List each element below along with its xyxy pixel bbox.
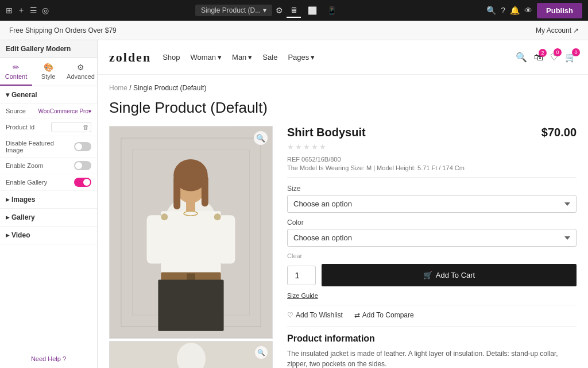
- wishlist-icon: ♡: [287, 311, 293, 319]
- svg-rect-15: [158, 279, 223, 331]
- product-id-input[interactable]: 🗑: [51, 122, 91, 132]
- images-section-header[interactable]: ▸ Images: [0, 191, 97, 209]
- svg-rect-14: [187, 273, 195, 280]
- size-label: Size: [287, 185, 577, 193]
- my-account-icon: ↗: [573, 26, 579, 34]
- sidebar-tab-advanced[interactable]: ⚙ Advanced: [64, 58, 97, 86]
- product-id-row: Product Id 🗑: [0, 118, 97, 136]
- images-label: Images: [11, 195, 35, 204]
- enable-gallery-toggle[interactable]: [74, 178, 91, 187]
- cart-badge: 2: [539, 49, 547, 57]
- enable-zoom-toggle[interactable]: [74, 161, 91, 170]
- mobile-device-tab[interactable]: 📱: [324, 4, 340, 17]
- delete-icon[interactable]: 🗑: [83, 124, 89, 131]
- publish-button[interactable]: Publish: [537, 3, 582, 18]
- nav-cart-icon[interactable]: 🛍 2: [534, 52, 543, 63]
- my-account-link[interactable]: My Account ↗: [536, 26, 579, 34]
- svg-rect-10: [161, 211, 220, 279]
- disable-featured-toggle[interactable]: [74, 142, 91, 151]
- grid-icon[interactable]: ⊞: [6, 6, 13, 15]
- nav-link-pages[interactable]: Pages ▾: [288, 53, 315, 62]
- page-title: Single Product (Default): [109, 99, 577, 117]
- add-to-wishlist-link[interactable]: ♡ Add To Wishlist: [287, 311, 343, 319]
- gallery-section-header[interactable]: ▸ Gallery: [0, 209, 97, 227]
- page-label-arrow: ▾: [263, 6, 266, 14]
- logo[interactable]: zolden: [109, 50, 151, 65]
- add-to-cart-button[interactable]: 🛒 Add To Cart: [322, 264, 577, 286]
- svg-rect-6: [173, 175, 180, 210]
- sidebar-tab-style[interactable]: 🎨 Style: [32, 58, 64, 86]
- star-icon[interactable]: ◎: [42, 6, 49, 15]
- plus-icon[interactable]: ＋: [17, 5, 25, 16]
- zoom-icon-thumb[interactable]: 🔍: [255, 346, 268, 359]
- content-tab-icon: ✏: [13, 63, 20, 72]
- nav-link-sale[interactable]: Sale: [262, 53, 277, 62]
- size-guide-link[interactable]: Size Guide: [287, 292, 577, 305]
- product-info-desc: The insulated jacket is made of leather.…: [287, 348, 577, 368]
- nav-wishlist-icon[interactable]: ♡ 0: [550, 52, 558, 63]
- breadcrumb-home[interactable]: Home: [109, 84, 127, 92]
- nav-bag-icon[interactable]: 🛒 0: [565, 52, 577, 63]
- product-layout: 🔍 🔍: [109, 126, 577, 368]
- top-bar-right: 🔍 ? 🔔 👁 Publish: [486, 3, 582, 18]
- list-icon[interactable]: ☰: [30, 6, 37, 15]
- add-to-compare-link[interactable]: ⇄ Add To Compare: [354, 311, 414, 319]
- style-tab-label: Style: [41, 73, 55, 80]
- page-label-text: Single Product (D...: [201, 6, 261, 14]
- general-label: General: [11, 91, 37, 99]
- clear-label[interactable]: Clear: [287, 252, 577, 259]
- nav-link-woman[interactable]: Woman ▾: [191, 53, 222, 62]
- style-tab-icon: 🎨: [44, 63, 53, 72]
- advanced-tab-label: Advanced: [67, 73, 95, 80]
- general-arrow: ▾: [6, 91, 9, 99]
- settings-icon[interactable]: ⚙: [276, 6, 283, 15]
- enable-zoom-label: Enable Zoom: [6, 162, 71, 169]
- nav-search-icon[interactable]: 🔍: [516, 52, 527, 63]
- zoom-icon-main[interactable]: 🔍: [254, 131, 268, 145]
- tablet-device-tab[interactable]: ⬜: [304, 4, 320, 17]
- product-id-field[interactable]: [54, 124, 83, 131]
- breadcrumb-separator: /: [129, 84, 131, 92]
- sidebar-tabs: ✏ Content 🎨 Style ⚙ Advanced: [0, 58, 97, 86]
- bag-badge: 0: [572, 48, 580, 56]
- nav-link-shop[interactable]: Shop: [163, 53, 180, 62]
- svg-rect-11: [147, 215, 164, 263]
- nav-link-man[interactable]: Man ▾: [232, 53, 252, 62]
- cart-button-label: Add To Cart: [436, 271, 475, 279]
- product-stars: ★ ★ ★ ★ ★: [287, 143, 577, 151]
- size-select[interactable]: Choose an option: [287, 195, 577, 213]
- disable-featured-label: Disable Featured Image: [6, 140, 71, 154]
- nav-right: 🔍 🛍 2 ♡ 0 🛒 0: [516, 52, 577, 63]
- page-content: Home / Single Product (Default) Single P…: [98, 75, 588, 368]
- star-3: ★: [303, 143, 310, 151]
- nav-bar: zolden Shop Woman ▾ Man ▾ Sale Pages ▾ 🔍…: [98, 40, 588, 75]
- top-bar-center: Single Product (D... ▾ ⚙ 🖥 ⬜ 📱: [53, 3, 482, 18]
- product-image-column: 🔍 🔍: [109, 126, 276, 368]
- video-arrow: ▸: [6, 231, 9, 239]
- color-select[interactable]: Choose an option: [287, 229, 577, 247]
- eye-icon[interactable]: 👁: [524, 6, 532, 15]
- svg-rect-12: [218, 215, 235, 263]
- bell-icon[interactable]: 🔔: [510, 6, 520, 15]
- source-arrow: ▾: [88, 108, 91, 114]
- star-5: ★: [319, 143, 326, 151]
- desktop-device-tab[interactable]: 🖥: [287, 3, 301, 18]
- help-icon[interactable]: ?: [501, 6, 505, 15]
- search-icon-top[interactable]: 🔍: [486, 6, 496, 15]
- wishlist-badge: 0: [554, 48, 562, 56]
- product-thumbnail: 🔍: [109, 341, 273, 368]
- product-image-svg: [110, 126, 272, 339]
- source-select[interactable]: WooCommerce Pro ▾: [38, 108, 91, 114]
- product-ref: REF 0652/16B/800: [287, 156, 577, 163]
- breadcrumb: Home / Single Product (Default): [109, 84, 577, 92]
- page-label[interactable]: Single Product (D... ▾: [195, 5, 272, 16]
- sidebar-tab-content[interactable]: ✏ Content: [0, 58, 32, 86]
- svg-point-16: [161, 213, 168, 220]
- general-section-header[interactable]: ▾ General: [0, 86, 97, 104]
- video-section-header[interactable]: ▸ Video: [0, 227, 97, 244]
- quantity-input[interactable]: 1: [287, 266, 316, 285]
- sidebar-title: Edit Gallery Modern: [0, 40, 97, 58]
- disable-featured-row: Disable Featured Image: [0, 136, 97, 158]
- need-help-link[interactable]: Need Help ?: [0, 350, 97, 368]
- action-links: ♡ Add To Wishlist ⇄ Add To Compare: [287, 311, 577, 327]
